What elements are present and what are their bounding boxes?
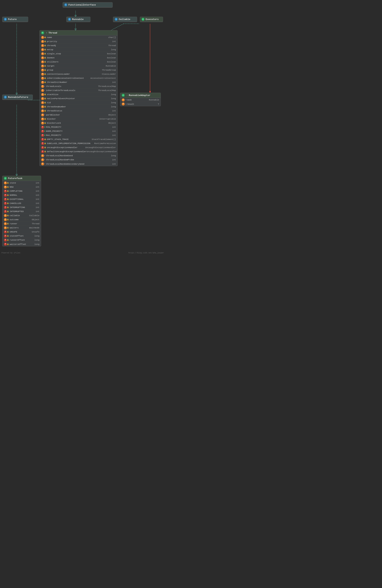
table-row: f 🔒 tidlong (40, 101, 118, 105)
thread-impl-icon: ↑ (46, 32, 47, 34)
table-row: f 🔒 waitersWaitNode (2, 226, 41, 230)
table-row: f 🔒 EXCEPTIONALint (2, 197, 41, 201)
title-ra: RunnableAdapter (129, 94, 150, 97)
table-row: f 🔒 uncaughtExceptionHandlerUncaughtExce… (40, 146, 118, 150)
header-future-task: c FutureTask (2, 176, 41, 181)
icon-interface-future: i (4, 18, 7, 21)
table-row: f 🔒 runnerOffsetlong (2, 238, 41, 242)
title-runnablefuture: RunnableFuture (8, 96, 28, 99)
table-row: f 🔒 priorityint (40, 40, 118, 43)
icon-interface-runnable: i (68, 18, 71, 21)
icon-class-thread: c (41, 31, 44, 34)
box-future-task: c FutureTask f 🔒 stateintf 🔒 NEWintf 🔒 C… (2, 176, 41, 246)
footer-right: https://blog.csdn.net/aha_jasper (128, 252, 164, 254)
header-future: i Future (2, 17, 28, 22)
table-row: f 🔒 targetRunnable (40, 64, 118, 68)
table-row: f ○ parkBlockerObject (40, 113, 118, 117)
title-fi: FunctionalInterface (68, 3, 96, 6)
header-callable: i Callable (113, 17, 137, 22)
table-row: f 🔒 threadStatusint (40, 109, 118, 113)
table-row: f ○ resultT (120, 102, 161, 106)
table-row: f 🔒 groupThreadGroup (40, 68, 118, 72)
table-row: f 🔒 INTERRUPTEDint (2, 210, 41, 213)
header-runnable-future: i RunnableFuture (2, 95, 33, 100)
table-row: f ○ threadLocalsThreadLocalMap (40, 84, 118, 88)
diagram-container: i FunctionalInterface i Future i Runnabl… (0, 0, 165, 255)
table-row: f 🔒 NORMALint (2, 193, 41, 197)
table-row: f 🔒 EMPTY_STACK_TRACEStackTraceElement[] (40, 137, 118, 141)
header-thread: c ↑ Thread (40, 30, 118, 35)
box-runnable-future: i RunnableFuture (2, 95, 33, 100)
table-row: f 🔒 single_stepboolean (40, 52, 118, 56)
table-row: f ○ inheritableThreadLocalsThreadLocalMa… (40, 88, 118, 92)
box-runnable-adapter: c ○ RunnableAdapter f ○ taskRunnablef ○ … (120, 93, 161, 106)
title-runnable: Runnable (72, 18, 83, 21)
box-callable: i Callable (113, 17, 137, 22)
box-thread: c ↑ Thread f 🔒 namechar[]f 🔒 priorityint… (40, 30, 118, 166)
table-row: f ○ threadLocalRandomProbeint (40, 158, 118, 162)
icon-interface-fi: i (64, 3, 67, 6)
svg-line-3 (111, 24, 123, 30)
box-executors: c Executors (140, 17, 163, 22)
table-row: f 🔒 blockerLockObject (40, 121, 118, 125)
table-row: f 🔒 CANCELLEDint (2, 201, 41, 205)
thread-fields: f 🔒 namechar[]f 🔒 priorityintf 🔒 threadQ… (40, 35, 118, 166)
table-row: f 🔒 namechar[] (40, 35, 118, 40)
table-row: f 🔒 defaultUncaughtExceptionHandlerUncau… (40, 150, 118, 154)
table-row: f 🔒 inheritedAccessControlContextAccessC… (40, 76, 118, 80)
table-row: f 🔒 NEWint (2, 185, 41, 189)
table-row: f 🔒 contextClassLoaderClassLoader (40, 72, 118, 76)
table-row: f 🔒 outcomeObject (2, 218, 41, 222)
table-row: f 🔒 callableCallable (2, 213, 41, 218)
ra-fields: f ○ taskRunnablef ○ resultT (120, 98, 161, 106)
table-row: f 🔒 runnerThread (2, 222, 41, 226)
table-row: f 🔒 stillbornboolean (40, 60, 118, 64)
title-ft: FutureTask (8, 177, 22, 180)
table-row: f 🔒 threadQThread (40, 43, 118, 48)
header-functional-interface: i FunctionalInterface (63, 2, 112, 7)
table-row: f 🔒 blockerInterruptible (40, 117, 118, 121)
box-runnable: i Runnable (66, 17, 90, 22)
icon-interface-callable: i (115, 18, 118, 21)
title-thread: Thread (49, 32, 57, 34)
header-runnable-adapter: c ○ RunnableAdapter (120, 93, 161, 98)
table-row: f 🔒 daemonboolean (40, 56, 118, 60)
table-row: f 🔒 COMPLETINGint (2, 189, 41, 193)
table-row: f ○ taskRunnable (120, 98, 161, 102)
ft-fields: f 🔒 stateintf 🔒 NEWintf 🔒 COMPLETINGintf… (2, 181, 41, 246)
header-executors: c Executors (140, 17, 163, 22)
table-row: f 🔒 threadInitNumberint (40, 80, 118, 84)
table-row: f 🔒 eetoplong (40, 48, 118, 52)
icon-interface-runnablefuture: i (4, 96, 7, 99)
table-row: f ■ MIN_PRIORITYint (40, 125, 118, 129)
ra-circle: ○ (126, 94, 128, 96)
icon-class-future-task: c (4, 177, 7, 180)
table-row: f 🔒 SUBCLASS_IMPLEMENTATION_PERMISSIONRu… (40, 141, 118, 146)
box-future: i Future (2, 17, 28, 22)
table-row: f 🔒 stackSizelong (40, 92, 118, 97)
title-future: Future (8, 18, 17, 21)
table-row: f 🔒 stateOffsetlong (2, 234, 41, 238)
table-row: f 🔒 stateint (2, 181, 41, 185)
table-row: f ○ threadLocalRandomSecondarySeedint (40, 162, 118, 166)
icon-class-runnable-adapter: c (122, 94, 125, 97)
title-executors: Executors (146, 18, 159, 21)
footer-left: Powered by yFiles (1, 252, 20, 254)
table-row: f 🔒 nativeParkEventPointerlong (40, 97, 118, 101)
table-row: f 🔒 INTERRUPTINGint (2, 205, 41, 210)
table-row: f 🔒 UNSAFEUnsafe (2, 230, 41, 234)
table-row: f 🔒 waitersOffsetlong (2, 242, 41, 246)
table-row: f ■ MAX_PRIORITYint (40, 133, 118, 137)
table-row: f ■ NORM_PRIORITYint (40, 129, 118, 133)
table-row: f 🔒 threadSeqNumberlong (40, 105, 118, 109)
title-callable: Callable (119, 18, 130, 21)
box-functional-interface: i FunctionalInterface (63, 2, 113, 8)
header-runnable: i Runnable (66, 17, 90, 22)
icon-class-executors: c (141, 18, 144, 21)
table-row: f ○ threadLocalRandomSeedlong (40, 154, 118, 158)
